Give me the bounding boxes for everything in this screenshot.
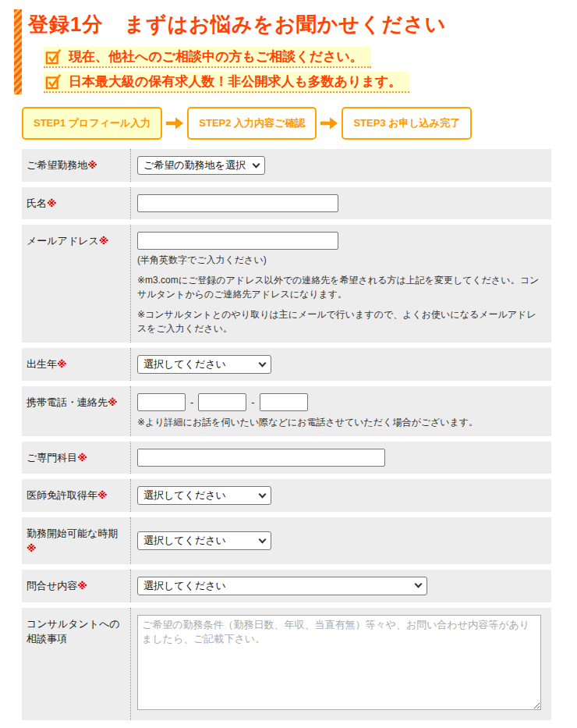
field-label: 出生年	[27, 358, 57, 370]
required-mark: ※	[97, 489, 108, 501]
field-label: 問合せ内容	[27, 580, 77, 591]
row-license-year: 医師免許取得年※ 選択してください	[22, 479, 551, 512]
registration-form: ご希望勤務地※ ご希望の勤務地を選択 氏名※ メールアドレス※	[22, 149, 551, 720]
page-header: 登録1分 まずはお悩みをお聞かせください 現在、他社へのご相談中の方もご相談くだ…	[14, 9, 577, 94]
specialty-input[interactable]	[137, 449, 385, 467]
field-label: ご希望勤務地	[27, 159, 87, 171]
field-label: メールアドレス	[27, 235, 99, 247]
chevron-down-icon	[253, 160, 260, 168]
phone-separator: -	[251, 396, 254, 408]
chevron-down-icon	[415, 581, 423, 588]
row-inquiry-type: 問合せ内容※ 選択してください	[22, 570, 551, 602]
license-year-select[interactable]: 選択してください	[137, 486, 271, 505]
birth-year-select[interactable]: 選択してください	[137, 355, 271, 374]
phone-separator: -	[190, 396, 193, 408]
required-mark: ※	[108, 396, 118, 408]
selling-point-text: 日本最大級の保有求人数！非公開求人も多数あります。	[69, 75, 402, 88]
field-label: ご専門科目	[27, 452, 77, 463]
field-label: 氏名	[27, 197, 47, 209]
required-mark: ※	[57, 358, 67, 370]
checkbox-check-icon	[45, 48, 62, 65]
required-mark: ※	[77, 452, 87, 463]
selling-point-2: 日本最大級の保有求人数！非公開求人も多数あります。	[44, 72, 409, 93]
email-format-hint: (半角英数字でご入力ください)	[137, 254, 543, 267]
phone-part3-input[interactable]	[260, 393, 308, 411]
row-email: メールアドレス※ (半角英数字でご入力ください) ※m3.comにご登録のアドレ…	[22, 225, 551, 343]
step-indicator: STEP1 プロフィール入力 STEP2 入力内容ご確認 STEP3 お申し込み…	[22, 107, 577, 140]
step-2-confirm: STEP2 入力内容ご確認	[187, 107, 317, 140]
selling-points: 現在、他社へのご相談中の方もご相談ください。 日本最大級の保有求人数！非公開求人…	[44, 43, 446, 93]
row-name: 氏名※	[22, 187, 551, 219]
email-input[interactable]	[137, 232, 338, 250]
email-note-2: ※コンサルタントとのやり取りは主にメールで行いますので、よくお使いになるメールア…	[137, 307, 543, 336]
required-mark: ※	[47, 197, 57, 209]
chevron-down-icon	[259, 490, 267, 498]
row-start-period: 勤務開始可能な時期※ 選択してください	[22, 517, 551, 564]
step-1-profile: STEP1 プロフィール入力	[22, 107, 162, 140]
step-3-complete: STEP3 お申し込み完了	[342, 107, 472, 140]
row-desired-location: ご希望勤務地※ ご希望の勤務地を選択	[22, 149, 551, 182]
row-phone: 携帯電話・連絡先※ -- ※より詳細にお話を伺いたい際などにお電話させていただく…	[22, 386, 551, 436]
arrow-right-icon	[165, 115, 184, 131]
selling-point-text: 現在、他社へのご相談中の方もご相談ください。	[69, 50, 363, 63]
row-specialty: ご専門科目※	[22, 442, 551, 474]
accent-stripe-bar	[14, 9, 22, 94]
desired-location-select[interactable]: ご希望の勤務地を選択	[137, 156, 265, 175]
field-label: 勤務開始可能な時期	[27, 527, 118, 539]
phone-part2-input[interactable]	[198, 393, 246, 411]
chevron-down-icon	[259, 535, 267, 543]
select-value: 選択してください	[143, 357, 226, 371]
required-mark: ※	[87, 159, 97, 171]
required-mark: ※	[99, 235, 109, 247]
chevron-down-icon	[259, 359, 267, 367]
selling-point-1: 現在、他社へのご相談中の方もご相談ください。	[44, 47, 371, 68]
row-birth-year: 出生年※ 選択してください	[22, 348, 551, 381]
phone-part1-input[interactable]	[137, 393, 186, 411]
consultation-textarea[interactable]	[137, 615, 541, 710]
field-label: 医師免許取得年	[27, 489, 97, 501]
start-period-select[interactable]: 選択してください	[137, 531, 271, 550]
page-title: 登録1分 まずはお悩みをお聞かせください	[28, 12, 446, 37]
select-value: 選択してください	[143, 488, 226, 502]
inquiry-type-select[interactable]: 選択してください	[137, 577, 427, 595]
checkbox-check-icon	[45, 73, 62, 90]
name-input[interactable]	[137, 194, 338, 212]
select-value: 選択してください	[143, 534, 226, 548]
field-label: コンサルタントへの相談事項	[27, 618, 120, 645]
field-label: 携帯電話・連絡先	[27, 396, 108, 408]
email-note-1: ※m3.comにご登録のアドレス以外での連絡先を希望される方は上記を変更してくだ…	[137, 273, 543, 301]
required-mark: ※	[77, 580, 87, 591]
registration-page: 登録1分 まずはお悩みをお聞かせください 現在、他社へのご相談中の方もご相談くだ…	[0, 0, 577, 728]
required-mark: ※	[27, 542, 37, 554]
row-consultation: コンサルタントへの相談事項	[22, 608, 551, 720]
select-value: 選択してください	[143, 579, 226, 593]
arrow-right-icon	[320, 115, 338, 131]
select-value: ご希望の勤務地を選択	[143, 158, 246, 172]
phone-note: ※より詳細にお話を伺いたい際などにお電話させていただく場合がございます。	[137, 416, 543, 429]
